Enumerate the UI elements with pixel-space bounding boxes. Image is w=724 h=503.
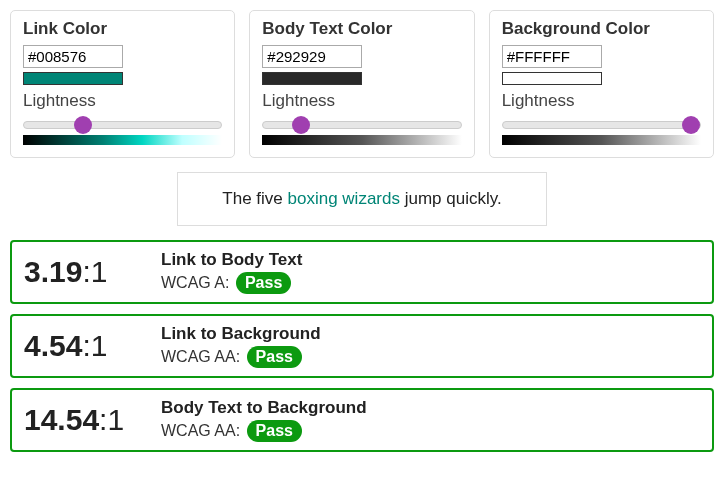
panel-link-color: Link Color Lightness <box>10 10 235 158</box>
body-swatch <box>262 72 362 85</box>
panel-body-text-color: Body Text Color Lightness <box>249 10 474 158</box>
result-body: Link to Background WCAG AA: Pass <box>161 324 700 368</box>
sample-text-box: The five boxing wizards jump quickly. <box>177 172 546 226</box>
wcag-line: WCAG A: Pass <box>161 272 700 294</box>
result-title: Link to Background <box>161 324 700 344</box>
body-lightness-slider[interactable] <box>262 121 461 129</box>
bg-gradient <box>502 135 701 145</box>
lightness-label: Lightness <box>23 91 222 111</box>
sample-link[interactable]: boxing wizards <box>288 189 400 208</box>
bg-lightness-slider[interactable] <box>502 121 701 129</box>
panel-background-color: Background Color Lightness <box>489 10 714 158</box>
body-hex-input[interactable] <box>262 45 362 68</box>
pass-badge: Pass <box>236 272 291 294</box>
panel-title: Background Color <box>502 19 701 39</box>
ratio-suffix: :1 <box>82 329 107 362</box>
result-body-to-background: 14.54:1 Body Text to Background WCAG AA:… <box>10 388 714 452</box>
result-title: Body Text to Background <box>161 398 700 418</box>
body-gradient <box>262 135 461 145</box>
result-body: Body Text to Background WCAG AA: Pass <box>161 398 700 442</box>
panel-title: Body Text Color <box>262 19 461 39</box>
bg-swatch <box>502 72 602 85</box>
wcag-level-label: WCAG AA: <box>161 348 245 365</box>
panel-title: Link Color <box>23 19 222 39</box>
result-body: Link to Body Text WCAG A: Pass <box>161 250 700 294</box>
ratio-suffix: :1 <box>82 255 107 288</box>
link-lightness-slider[interactable] <box>23 121 222 129</box>
ratio-suffix: :1 <box>99 403 124 436</box>
sample-text-post: jump quickly. <box>400 189 502 208</box>
pass-badge: Pass <box>247 420 302 442</box>
link-hex-input[interactable] <box>23 45 123 68</box>
result-link-to-background: 4.54:1 Link to Background WCAG AA: Pass <box>10 314 714 378</box>
ratio-value: 3.19:1 <box>24 255 139 289</box>
bg-hex-input[interactable] <box>502 45 602 68</box>
lightness-label: Lightness <box>502 91 701 111</box>
ratio-value: 4.54:1 <box>24 329 139 363</box>
ratio-number: 3.19 <box>24 255 82 288</box>
color-panels: Link Color Lightness Body Text Color Lig… <box>10 10 714 158</box>
ratio-value: 14.54:1 <box>24 403 139 437</box>
pass-badge: Pass <box>247 346 302 368</box>
ratio-number: 14.54 <box>24 403 99 436</box>
sample-text-pre: The five <box>222 189 287 208</box>
lightness-label: Lightness <box>262 91 461 111</box>
result-title: Link to Body Text <box>161 250 700 270</box>
link-swatch <box>23 72 123 85</box>
wcag-line: WCAG AA: Pass <box>161 346 700 368</box>
result-link-to-body: 3.19:1 Link to Body Text WCAG A: Pass <box>10 240 714 304</box>
wcag-level-label: WCAG AA: <box>161 422 245 439</box>
ratio-number: 4.54 <box>24 329 82 362</box>
wcag-level-label: WCAG A: <box>161 274 234 291</box>
wcag-line: WCAG AA: Pass <box>161 420 700 442</box>
sample-row: The five boxing wizards jump quickly. <box>10 172 714 226</box>
link-gradient <box>23 135 222 145</box>
